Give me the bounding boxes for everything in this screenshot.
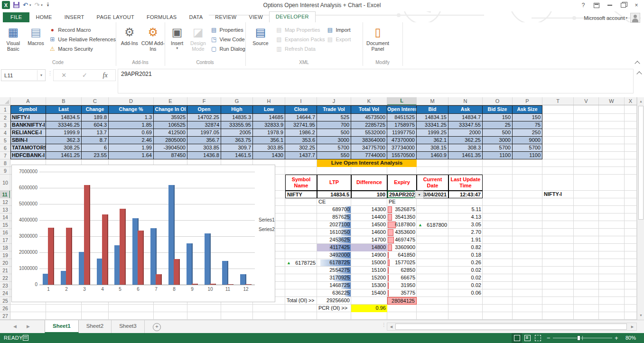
normal-view-button[interactable] <box>512 333 522 343</box>
row-header-27[interactable]: 27 <box>0 312 10 320</box>
ribbon-tab-developer[interactable]: DEVELOPER <box>269 11 316 22</box>
cell-I6[interactable]: 302.25 <box>285 144 317 152</box>
cell-B6[interactable]: 308.25 <box>46 144 82 152</box>
cell-N2[interactable]: 14834.7 <box>448 114 483 121</box>
row-header-11[interactable]: 11 <box>0 191 10 198</box>
cell-I2[interactable]: 14644.7 <box>285 114 317 121</box>
cell-G5[interactable]: 363.75 <box>221 137 253 144</box>
insert-button[interactable]: ▣Insert▾ <box>167 24 187 50</box>
view-code-button[interactable]: ◳View Code <box>211 35 245 43</box>
quote-header-symbol[interactable]: Symbol <box>10 105 46 114</box>
cell-E5[interactable]: 2805000 <box>154 137 187 144</box>
row-header-21[interactable]: 21 <box>0 267 10 274</box>
col-header-X[interactable]: X <box>625 97 637 105</box>
cell-O3[interactable]: 25 <box>483 121 513 129</box>
chain-ce-oi-cell-14400[interactable]: 857625 <box>317 213 351 221</box>
cell-K7[interactable]: 7744000 <box>351 152 387 159</box>
cell-G3[interactable]: 33355.95 <box>221 121 253 129</box>
cell-C2[interactable]: 189.8 <box>82 114 109 121</box>
chain-strike-cell-14600[interactable]: 14600 <box>351 229 387 236</box>
cell-D3[interactable]: 1.85 <box>109 121 154 129</box>
chain-ce-oi-cell-14800[interactable]: 4117425 <box>317 244 351 251</box>
ribbon-tab-home[interactable]: HOME <box>29 12 58 22</box>
cell-G4[interactable]: 2005 <box>221 129 253 137</box>
oi-header-symbol-name[interactable]: Symbol Name <box>285 175 317 191</box>
cell-K6[interactable]: 34775700 <box>351 144 387 152</box>
col-header-D[interactable]: D <box>109 97 154 105</box>
scroll-down-icon[interactable]: ▼ <box>637 312 644 319</box>
collapse-ribbon-button[interactable] <box>635 62 640 65</box>
cell-M6[interactable]: 308.15 <box>417 144 448 152</box>
max-ce-oi-cell[interactable]: ▲6178725 <box>285 259 317 267</box>
chain-ce-oi-cell-14700[interactable]: 2453625 <box>317 236 351 244</box>
insert-function-icon[interactable]: fx <box>103 72 108 79</box>
quote-header-trade-vol[interactable]: Trade Vol <box>317 105 351 114</box>
cell-D7[interactable]: 1.64 <box>109 152 154 159</box>
pcr-label[interactable]: PCR (OI) >> <box>317 305 351 312</box>
ribbon-display-options-button[interactable] <box>590 0 603 10</box>
cell-C6[interactable]: 6 <box>82 144 109 152</box>
cell-K3[interactable]: 2285725 <box>351 121 387 129</box>
cell-G6[interactable]: 309.7 <box>221 144 253 152</box>
cell-M7[interactable]: 1460.9 <box>417 152 448 159</box>
cell-N7[interactable]: 1461.35 <box>448 152 483 159</box>
page-break-view-button[interactable] <box>532 333 543 343</box>
row-header-13[interactable]: 13 <box>0 206 10 213</box>
scroll-up-icon[interactable]: ▲ <box>637 98 644 105</box>
total-pe-oi-cell[interactable]: 28084125 <box>387 297 417 305</box>
vertical-scroll-thumb[interactable] <box>638 106 644 220</box>
cell-A2[interactable]: NIFTY-I <box>10 114 46 121</box>
horizontal-scroll-thumb[interactable] <box>395 324 627 330</box>
quote-header-open-interest[interactable]: Open Interest <box>387 105 417 114</box>
cell-E6[interactable]: -3904500 <box>154 144 187 152</box>
col-header-G[interactable]: G <box>221 97 253 105</box>
cell-O5[interactable]: 3000 <box>483 137 513 144</box>
excel-app-icon[interactable]: X <box>2 1 10 9</box>
quote-header-ask[interactable]: Ask <box>448 105 483 114</box>
oi-symbol-cell[interactable]: NIFTY <box>285 191 317 198</box>
sheet-tab-sheet2[interactable]: Sheet2 <box>79 320 112 333</box>
expiry-dropdown-button[interactable]: ▾ <box>415 191 424 199</box>
row-header-22[interactable]: 22 <box>0 274 10 282</box>
pcr-value-cell[interactable]: 0.96 <box>351 305 387 312</box>
formula-bar-splitter[interactable]: ⋮ <box>47 70 53 76</box>
chain-strike-cell-14900[interactable]: 14900 <box>351 251 387 259</box>
chain-ltp-cell-15000[interactable]: 0.26 <box>448 259 483 267</box>
cell-J7[interactable]: 550 <box>317 152 351 159</box>
source-button[interactable]: ▤Source <box>247 24 274 46</box>
chain-pe-oi-cell-14300[interactable]: 3526875 <box>387 206 417 213</box>
oi-header-ltp[interactable]: LTP <box>317 175 351 191</box>
cell-D2[interactable]: 1.3 <box>109 114 154 121</box>
quote-header-change[interactable]: Change <box>82 105 109 114</box>
cell-H7[interactable]: 1430 <box>253 152 285 159</box>
chain-strike-cell-15300[interactable]: 15300 <box>351 282 387 289</box>
cell-P5[interactable]: 9000 <box>513 137 542 144</box>
prev-sheet-icon[interactable]: ◀ <box>13 324 17 329</box>
chain-strike-cell-15000[interactable]: 15000 <box>351 259 387 267</box>
col-header-V[interactable]: V <box>574 97 599 105</box>
cell-J2[interactable]: 525 <box>317 114 351 121</box>
minimize-button[interactable] <box>603 0 616 10</box>
chain-strike-cell-15200[interactable]: 15200 <box>351 274 387 282</box>
com-add-ins-button[interactable]: ⚙COM Add-Ins <box>141 24 165 52</box>
cell-N5[interactable]: 362.25 <box>448 137 483 144</box>
chain-strike-cell-14500[interactable]: 14500 <box>351 221 387 229</box>
cell-O2[interactable]: 150 <box>483 114 513 121</box>
cell-F7[interactable]: 1436.8 <box>187 152 221 159</box>
oi-header-last-update-time[interactable]: Last Update Time <box>448 175 483 191</box>
row-header-1[interactable]: 1 <box>0 105 10 114</box>
chain-ce-oi-cell-15000[interactable]: 6178725 <box>317 259 351 267</box>
cell-J3[interactable]: 700 <box>317 121 351 129</box>
chain-pe-oi-cell-15300[interactable]: 31950 <box>387 282 417 289</box>
chain-pe-oi-cell-14500[interactable]: 6187800 <box>387 221 417 229</box>
cell-C7[interactable]: 23.55 <box>82 152 109 159</box>
col-header-O[interactable]: O <box>483 97 513 105</box>
row-header-6[interactable]: 6 <box>0 144 10 152</box>
row-header-2[interactable]: 2 <box>0 114 10 121</box>
new-sheet-button[interactable]: + <box>153 323 161 331</box>
cell-H3[interactable]: 32833.9 <box>253 121 285 129</box>
quote-header-change-[interactable]: Change % <box>109 105 154 114</box>
col-header-N[interactable]: N <box>448 97 483 105</box>
document-panel-button[interactable]: ▯Document Panel <box>364 24 391 52</box>
col-header-E[interactable]: E <box>154 97 187 105</box>
